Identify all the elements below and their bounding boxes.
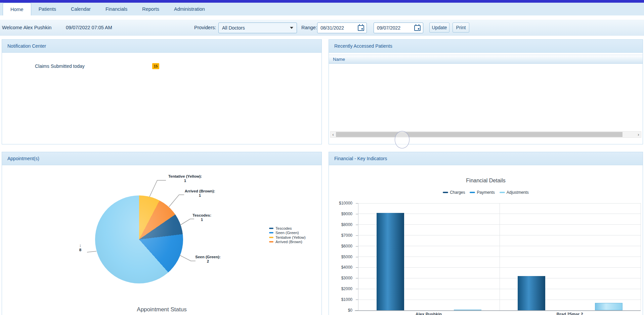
scrollbar-thumb[interactable] bbox=[336, 132, 622, 137]
pie-gloss-overlay bbox=[95, 195, 183, 283]
y-tick-label: $8000 bbox=[331, 222, 352, 227]
dashboard-page: Home Patients Calendar Financials Report… bbox=[0, 0, 644, 315]
y-tick-label: $3000 bbox=[331, 276, 352, 280]
tab-home[interactable]: Home bbox=[3, 3, 31, 15]
range-start-field bbox=[317, 22, 367, 33]
appointments-header: Appointment(s) bbox=[2, 152, 321, 165]
y-tick-mark bbox=[356, 289, 358, 289]
chevron-down-icon bbox=[290, 27, 293, 29]
bar-charges-1 bbox=[518, 276, 545, 310]
callout-tescodes-value: 1 bbox=[183, 218, 220, 222]
y-tick-label: $2000 bbox=[331, 286, 352, 291]
bar-chart-title: Financial Details bbox=[329, 178, 643, 184]
callout-tescodes: Tescodes: 1 bbox=[183, 213, 220, 222]
claims-submitted-row[interactable]: Claims Submitted today 15 bbox=[2, 63, 321, 70]
calendar-icon[interactable] bbox=[414, 25, 421, 31]
bar-charges-0 bbox=[377, 213, 404, 310]
providers-label: Providers: bbox=[194, 25, 216, 30]
claims-count-badge: 15 bbox=[152, 63, 159, 69]
callout-unlabeled: : 8 bbox=[74, 243, 87, 252]
welcome-text: Welcome Alex Pushkin bbox=[2, 25, 51, 30]
appointment-status-pie-chart bbox=[95, 195, 183, 283]
update-button[interactable]: Update bbox=[429, 22, 449, 33]
legend-item-tescodes: Tescodes bbox=[269, 226, 306, 231]
notification-center-header: Notification Center bbox=[2, 40, 321, 53]
pie-chart-title: Appointment Status bbox=[2, 306, 321, 313]
y-tick-label: $9000 bbox=[331, 212, 352, 216]
y-tick-label: $0 bbox=[331, 308, 352, 313]
category-separator bbox=[500, 203, 500, 310]
toolbar: Welcome Alex Pushkin 09/07/2022 07:05 AM… bbox=[0, 20, 644, 36]
legend-item-charges: Charges bbox=[443, 190, 465, 195]
y-tick-label: $6000 bbox=[331, 244, 352, 249]
claims-submitted-label: Claims Submitted today bbox=[35, 63, 85, 69]
legend-label-arrived: Arrived (Brown) bbox=[275, 240, 302, 244]
legend-swatch-tescodes bbox=[269, 228, 273, 229]
y-tick-label: $5000 bbox=[331, 255, 352, 259]
legend-label-tentative: Tentative (Yellow) bbox=[275, 235, 306, 239]
legend-label-seen: Seen (Green) bbox=[275, 231, 299, 235]
datetime-text: 09/07/2022 07:05 AM bbox=[66, 25, 112, 30]
scroll-right-arrow[interactable]: › bbox=[636, 132, 641, 137]
notification-center-panel: Notification Center Claims Submitted tod… bbox=[2, 39, 322, 144]
horizontal-scrollbar[interactable]: ‹ › bbox=[330, 131, 641, 138]
calendar-icon-dot bbox=[361, 28, 363, 30]
callout-unlabeled-label: : bbox=[74, 243, 87, 248]
range-end-field bbox=[374, 22, 423, 33]
y-tick-label: $1000 bbox=[331, 297, 352, 302]
y-tick-mark bbox=[356, 257, 358, 257]
callout-tentative-value: 1 bbox=[163, 179, 207, 183]
y-tick-mark bbox=[356, 300, 358, 300]
y-tick-mark bbox=[356, 235, 358, 236]
legend-swatch-payments bbox=[470, 192, 475, 193]
tab-administration[interactable]: Administration bbox=[167, 3, 212, 15]
range-start-input[interactable] bbox=[317, 25, 358, 31]
callout-tentative: Tentative (Yellow): 1 bbox=[163, 174, 207, 183]
legend-label-payments: Payments bbox=[477, 190, 495, 195]
print-button[interactable]: Print bbox=[453, 22, 469, 33]
scroll-drag-indicator[interactable] bbox=[395, 131, 410, 148]
legend-item-adjustments: Adjustments bbox=[500, 190, 529, 195]
callout-seen-value: 2 bbox=[188, 259, 228, 264]
y-tick-mark bbox=[356, 246, 358, 246]
callout-unlabeled-value: 8 bbox=[74, 248, 87, 252]
bar-chart-plot-area bbox=[358, 203, 641, 310]
financial-panel: Financial - Key Indicators Financial Det… bbox=[329, 152, 643, 315]
calendar-icon[interactable] bbox=[358, 25, 364, 31]
financial-header: Financial - Key Indicators bbox=[329, 152, 643, 165]
name-column-header[interactable]: Name bbox=[329, 55, 643, 64]
callout-tentative-label: Tentative (Yellow): bbox=[163, 174, 207, 179]
legend-swatch-seen bbox=[269, 232, 273, 233]
tab-patients[interactable]: Patients bbox=[31, 3, 63, 15]
legend-label-charges: Charges bbox=[450, 190, 465, 195]
legend-item-arrived: Arrived (Brown) bbox=[269, 240, 306, 244]
top-accent-strip bbox=[0, 0, 644, 3]
scroll-left-arrow[interactable]: ‹ bbox=[331, 132, 336, 137]
x-axis-line bbox=[355, 310, 641, 311]
bar-adjustments-1 bbox=[595, 303, 622, 310]
tab-calendar[interactable]: Calendar bbox=[63, 3, 98, 15]
range-label: Range: bbox=[301, 25, 317, 30]
range-end-input[interactable] bbox=[374, 25, 414, 31]
providers-select[interactable]: All Doctors bbox=[218, 22, 297, 33]
y-tick-label: $7000 bbox=[331, 233, 352, 238]
legend-swatch-charges bbox=[443, 192, 448, 193]
legend-label-tescodes: Tescodes bbox=[275, 226, 292, 230]
callout-arrived: Arrived (Brown): 1 bbox=[178, 189, 222, 198]
main-tab-bar: Home Patients Calendar Financials Report… bbox=[0, 3, 644, 15]
callout-tescodes-label: Tescodes: bbox=[183, 213, 220, 218]
recent-patients-header: Recently Accessed Patients bbox=[329, 40, 643, 53]
bar-chart-legend: Charges Payments Adjustments bbox=[329, 190, 643, 195]
callout-seen-label: Seen (Green): bbox=[188, 255, 228, 259]
tab-reports[interactable]: Reports bbox=[135, 3, 167, 15]
y-tick-mark bbox=[356, 310, 358, 311]
calendar-icon-dot bbox=[418, 28, 419, 30]
legend-item-payments: Payments bbox=[470, 190, 495, 195]
callout-arrived-value: 1 bbox=[178, 193, 222, 198]
y-tick-mark bbox=[356, 278, 358, 278]
legend-swatch-adjustments bbox=[500, 192, 505, 193]
y-tick-label: $10000 bbox=[331, 201, 352, 206]
y-tick-mark bbox=[356, 203, 358, 204]
tab-financials[interactable]: Financials bbox=[98, 3, 135, 15]
y-tick-mark bbox=[356, 214, 358, 214]
